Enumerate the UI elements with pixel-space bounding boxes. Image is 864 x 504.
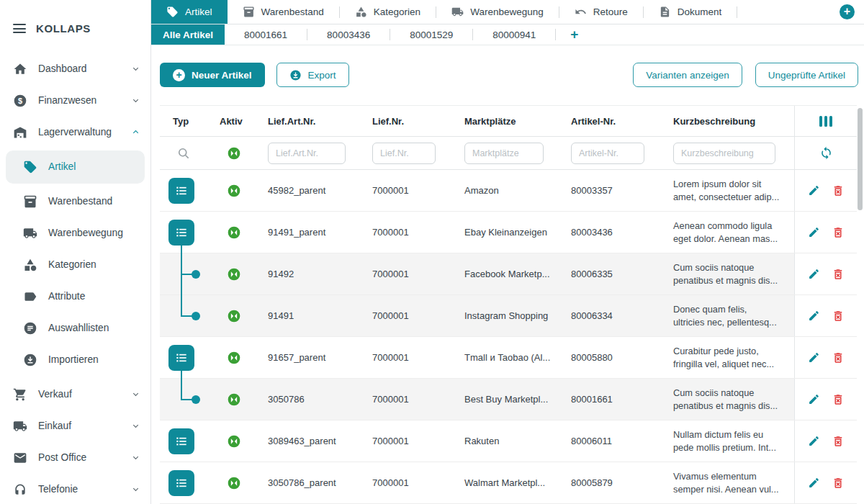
menu-icon[interactable]	[13, 22, 26, 36]
variant-list-button[interactable]	[168, 345, 194, 371]
sidebar-item-verkauf[interactable]: Verkauf	[0, 379, 150, 410]
col-header-lief-art-nr[interactable]: Lief.Art.Nr.	[261, 116, 365, 127]
main-tabbar: Artikel Warenbestand Kategorien Warenbew…	[151, 0, 864, 24]
sidebar-item-lagerverwaltung[interactable]: Lagerverwaltung	[0, 117, 150, 148]
lief-art-nr-cell: 3050786	[261, 379, 365, 420]
delete-icon[interactable]	[832, 310, 845, 323]
sidebar-item-importieren[interactable]: Importieren	[0, 344, 150, 376]
export-button[interactable]: Export	[276, 63, 349, 87]
unchecked-articles-button[interactable]: Ungeprüfte Artikel	[755, 63, 858, 87]
sidebar-item-telefonie[interactable]: Telefonie	[0, 474, 150, 504]
tab-artikel[interactable]: Artikel	[151, 0, 228, 24]
tab-retoure[interactable]: Retoure	[559, 0, 643, 24]
sidebar-item-attribute[interactable]: Attribute	[0, 281, 150, 312]
delete-icon[interactable]	[832, 268, 845, 281]
sidebar-item-artikel[interactable]: Artikel	[6, 150, 145, 184]
filter-cell	[457, 143, 564, 164]
typ-cell	[160, 420, 207, 462]
cart-icon	[13, 387, 27, 402]
artikel-nr-cell: 80005879	[564, 462, 666, 503]
edit-icon[interactable]	[808, 310, 820, 322]
marktplatz-cell: Tmall и Taobao (Al...	[457, 337, 564, 378]
subtab-80000941[interactable]: 80000941	[473, 24, 555, 45]
add-subtab-button[interactable]: +	[556, 24, 593, 45]
sidebar-item-warenbestand[interactable]: Warenbestand	[0, 186, 150, 217]
mail-icon	[13, 451, 27, 465]
sidebar-item-dashboard[interactable]: Dashboard	[0, 53, 150, 85]
sidebar-item-einkauf[interactable]: Einkauf	[0, 410, 150, 442]
edit-icon[interactable]	[808, 226, 820, 238]
sidebar-item-post-office[interactable]: Post Office	[0, 442, 150, 474]
table-scrollbar[interactable]	[858, 108, 863, 210]
chevron-down-icon	[131, 390, 140, 399]
active-status-icon	[227, 434, 241, 449]
warehouse-icon	[13, 125, 27, 140]
sidebar-item-finanzwesen[interactable]: $ Finanzwesen	[0, 85, 150, 117]
col-header-aktiv[interactable]: Aktiv	[207, 116, 261, 127]
sidebar-item-kategorien[interactable]: Kategorien	[0, 249, 150, 281]
article-subtabbar: Alle Artikel 80001661 80003436 80001529 …	[151, 24, 864, 45]
artikel-nr-filter-input[interactable]	[571, 143, 644, 164]
delete-icon[interactable]	[832, 393, 845, 406]
variant-list-button[interactable]	[168, 470, 194, 496]
sidebar-item-warenbewegung[interactable]: Warenbewegung	[0, 217, 150, 249]
artikel-nr-cell: 80001661	[564, 379, 666, 420]
variant-list-button[interactable]	[168, 428, 194, 454]
subtab-80001661[interactable]: 80001661	[225, 24, 307, 45]
lief-art-nr-cell: 91657_parent	[261, 337, 365, 378]
lief-nr-filter-input[interactable]	[372, 143, 436, 164]
new-article-button[interactable]: + Neuer Artikel	[160, 63, 265, 87]
lief-nr-cell: 7000001	[365, 420, 457, 462]
sidebar-item-auswahllisten[interactable]: Auswahllisten	[0, 312, 150, 344]
col-header-marktplaetze[interactable]: Marktplätze	[457, 116, 564, 127]
subtab-80003436[interactable]: 80003436	[307, 24, 390, 45]
button-label: Varianten anzeigen	[646, 70, 729, 81]
sidebar: KOLLAPS Dashboard $ Finanzwesen Lagerver…	[0, 0, 151, 504]
chevron-up-icon	[131, 127, 140, 137]
brand-logo: KOLLAPS	[36, 22, 91, 35]
variant-list-button[interactable]	[168, 178, 194, 204]
edit-icon[interactable]	[808, 351, 820, 364]
truck-icon	[451, 6, 464, 18]
marktplaetze-filter-input[interactable]	[464, 143, 544, 164]
kurzbeschreibung-filter-input[interactable]	[673, 143, 775, 164]
marktplatz-cell: Ebay Kleinanzeigen	[457, 212, 564, 253]
show-variants-button[interactable]: Varianten anzeigen	[633, 63, 742, 87]
col-header-lief-nr[interactable]: Lief.Nr.	[365, 116, 457, 127]
aktiv-cell	[207, 212, 261, 253]
aktiv-cell	[207, 462, 261, 503]
edit-icon[interactable]	[808, 268, 820, 280]
subtab-alle-artikel[interactable]: Alle Artikel	[151, 24, 225, 45]
subtab-80001529[interactable]: 80001529	[390, 24, 472, 45]
truck-icon	[13, 419, 27, 433]
tab-warenbewegung[interactable]: Warenbewegung	[436, 0, 559, 24]
variant-list-button[interactable]	[168, 220, 194, 246]
delete-icon[interactable]	[832, 477, 845, 490]
delete-icon[interactable]	[832, 226, 845, 239]
change-circle-icon[interactable]	[227, 146, 241, 161]
tree-connector	[181, 294, 182, 316]
search-icon[interactable]	[176, 146, 191, 161]
dollar-icon: $	[13, 94, 27, 108]
aktiv-cell	[207, 253, 261, 294]
tab-kategorien[interactable]: Kategorien	[340, 0, 436, 24]
delete-icon[interactable]	[832, 435, 845, 448]
refresh-icon[interactable]	[819, 146, 833, 160]
columns-icon[interactable]	[819, 116, 833, 127]
delete-icon[interactable]	[832, 351, 845, 364]
edit-icon[interactable]	[808, 184, 820, 197]
subtab-label: 80000941	[492, 30, 536, 40]
lief-art-nr-filter-input[interactable]	[268, 143, 346, 164]
tab-dokument[interactable]: Dokument	[644, 0, 737, 24]
edit-icon[interactable]	[808, 393, 820, 405]
delete-icon[interactable]	[832, 184, 845, 197]
edit-icon[interactable]	[808, 435, 820, 447]
col-header-typ[interactable]: Typ	[160, 116, 207, 127]
add-tab-button[interactable]: +	[840, 4, 855, 19]
actions-cell	[794, 212, 857, 253]
col-header-kurzbeschreibung[interactable]: Kurzbeschreibung	[666, 116, 794, 127]
col-header-artikel-nr[interactable]: Artikel-Nr.	[564, 116, 666, 127]
tab-warenbestand[interactable]: Warenbestand	[228, 0, 339, 24]
actions-cell	[794, 170, 857, 211]
edit-icon[interactable]	[808, 477, 820, 489]
